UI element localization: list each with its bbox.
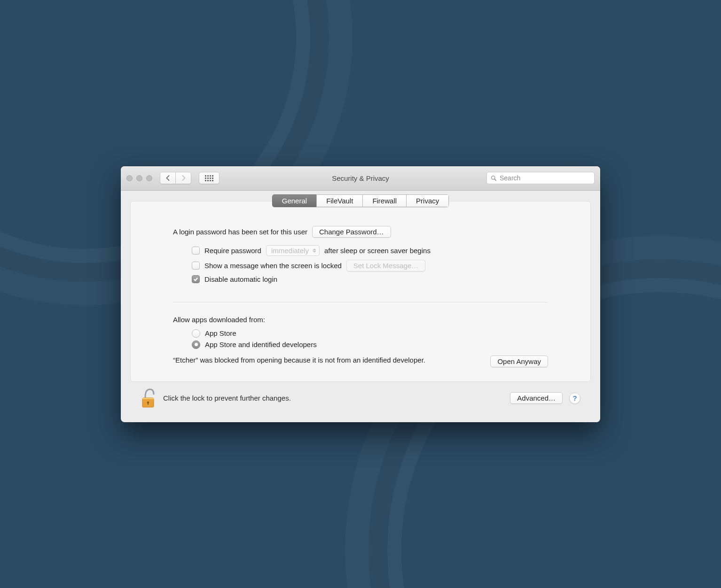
svg-rect-3 (142, 398, 154, 399)
tab-general[interactable]: General (272, 194, 317, 207)
password-set-label: A login password has been set for this u… (173, 228, 307, 236)
radio-app-store[interactable] (192, 329, 200, 338)
unlocked-lock-icon (141, 388, 157, 408)
minimize-window-button[interactable] (136, 175, 142, 181)
nav-buttons (160, 172, 191, 184)
tab-privacy[interactable]: Privacy (406, 194, 449, 207)
forward-button[interactable] (175, 172, 191, 184)
svg-line-1 (494, 179, 496, 180)
advanced-button[interactable]: Advanced… (510, 392, 563, 404)
lock-button[interactable] (141, 388, 157, 408)
show-lock-message-checkbox[interactable] (192, 262, 200, 270)
zoom-window-button[interactable] (146, 175, 152, 181)
help-icon: ? (572, 394, 577, 402)
show-lock-message-label: Show a message when the screen is locked (204, 262, 342, 270)
help-button[interactable]: ? (569, 393, 580, 404)
grid-icon (205, 175, 213, 181)
updown-icon (313, 248, 316, 253)
window-controls (126, 175, 152, 181)
close-window-button[interactable] (126, 175, 133, 181)
preferences-window: Security & Privacy General FileVault Fir… (121, 166, 600, 422)
disable-auto-login-checkbox[interactable] (192, 275, 200, 283)
show-all-button[interactable] (199, 172, 219, 184)
lock-hint-label: Click the lock to prevent further change… (163, 394, 291, 402)
back-button[interactable] (160, 172, 176, 184)
svg-rect-5 (148, 402, 149, 405)
footer: Click the lock to prevent further change… (130, 382, 591, 414)
tab-bar: General FileVault Firewall Privacy (131, 194, 590, 207)
set-lock-message-button: Set Lock Message… (346, 260, 425, 271)
radio-app-store-label: App Store (205, 329, 236, 337)
require-password-delay-value: immediately (271, 247, 309, 255)
require-password-label: Require password (204, 247, 261, 255)
change-password-button[interactable]: Change Password… (312, 226, 391, 238)
search-icon (491, 175, 497, 181)
tab-filevault[interactable]: FileVault (316, 194, 363, 207)
radio-identified-developers[interactable] (192, 340, 200, 349)
section-divider (173, 302, 548, 302)
chevron-left-icon (165, 175, 171, 181)
chevron-right-icon (181, 175, 186, 181)
require-password-suffix: after sleep or screen saver begins (324, 247, 431, 255)
content-panel: General FileVault Firewall Privacy A log… (130, 201, 591, 382)
checkmark-icon (193, 277, 198, 282)
window-body: General FileVault Firewall Privacy A log… (121, 191, 600, 422)
search-input[interactable] (500, 174, 590, 182)
tab-firewall[interactable]: Firewall (362, 194, 407, 207)
open-anyway-button[interactable]: Open Anyway (490, 356, 548, 367)
titlebar: Security & Privacy (121, 166, 600, 191)
require-password-checkbox[interactable] (192, 247, 200, 255)
search-field[interactable] (486, 172, 595, 184)
radio-identified-developers-label: App Store and identified developers (205, 340, 317, 348)
general-tab-content: A login password has been set for this u… (131, 214, 590, 372)
blocked-app-message: “Etcher” was blocked from opening becaus… (173, 356, 481, 365)
disable-auto-login-label: Disable automatic login (204, 275, 277, 283)
gatekeeper-heading: Allow apps downloaded from: (173, 316, 548, 324)
require-password-delay-select[interactable]: immediately (266, 245, 320, 256)
